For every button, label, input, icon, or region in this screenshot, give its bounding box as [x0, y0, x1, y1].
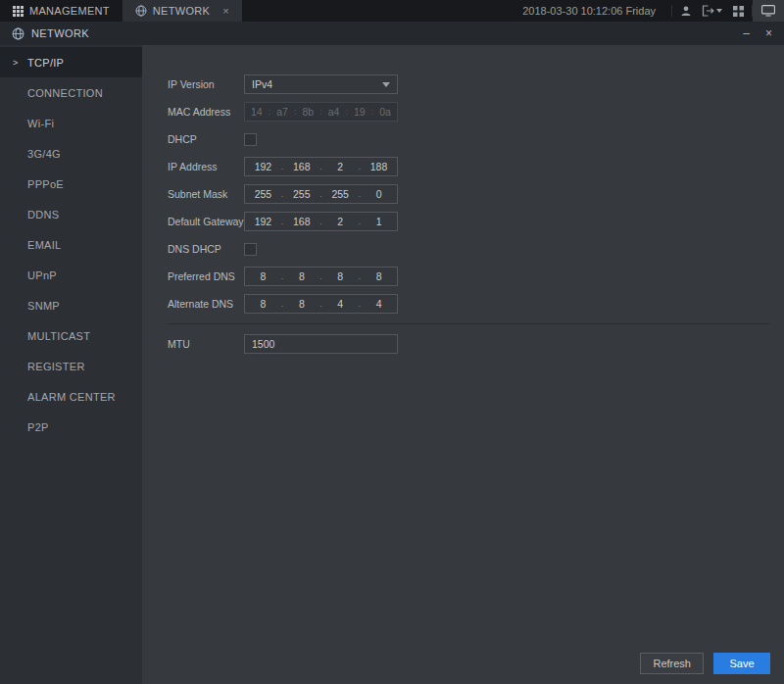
- default-gateway-label: Default Gateway: [168, 216, 244, 227]
- ip-segment[interactable]: 255: [283, 188, 319, 200]
- sidebar-item-3g4g[interactable]: 3G/4G: [0, 138, 142, 169]
- ip-segment[interactable]: 2: [322, 216, 359, 227]
- form-row-ip-version: IP Version IPv4: [168, 74, 770, 94]
- ip-version-value: IPv4: [252, 78, 272, 90]
- sidebar-item-label: 3G/4G: [27, 148, 61, 160]
- ip-segment[interactable]: 192: [245, 161, 281, 172]
- ip-address-input[interactable]: 192 . 168 . 2 . 188: [244, 157, 398, 176]
- sidebar-item-label: P2P: [27, 421, 49, 433]
- sidebar-item-label: UPnP: [27, 269, 57, 281]
- mac-segment: 14: [245, 106, 269, 118]
- dhcp-checkbox[interactable]: [244, 133, 257, 146]
- sidebar-item-label: REGISTER: [27, 361, 85, 372]
- window-body: > TCP/IP CONNECTION Wi-Fi 3G/4G PPPoE DD…: [0, 45, 784, 684]
- subnet-mask-input[interactable]: 255 . 255 . 255 . 0: [244, 184, 398, 204]
- sidebar: > TCP/IP CONNECTION Wi-Fi 3G/4G PPPoE DD…: [0, 45, 142, 684]
- ip-version-label: IP Version: [168, 78, 244, 90]
- logout-icon[interactable]: [699, 0, 725, 22]
- tab-management[interactable]: MANAGEMENT: [0, 0, 122, 22]
- sidebar-item-label: Wi-Fi: [27, 118, 54, 129]
- ip-segment[interactable]: 1: [361, 216, 397, 227]
- form-row-mac-address: MAC Address 14 : a7 : 8b : a4 : 19 : 0a: [168, 102, 770, 122]
- page-title: NETWORK: [31, 27, 89, 39]
- sidebar-item-upnp[interactable]: UPnP: [0, 260, 142, 290]
- globe-icon: [12, 27, 24, 40]
- mtu-label: MTU: [168, 338, 244, 350]
- window-controls: – ×: [743, 27, 772, 39]
- form-row-mtu: MTU: [168, 334, 770, 354]
- sidebar-item-wifi[interactable]: Wi-Fi: [0, 108, 142, 138]
- sidebar-item-label: DDNS: [27, 209, 59, 220]
- chevron-down-icon: [716, 9, 722, 13]
- form-row-alternate-dns: Alternate DNS 8 . 8 . 4 . 4: [168, 294, 770, 314]
- chevron-down-icon: [382, 82, 390, 87]
- footer-buttons: Refresh Save: [640, 653, 770, 674]
- sidebar-item-snmp[interactable]: SNMP: [0, 290, 142, 320]
- sidebar-item-p2p[interactable]: P2P: [0, 412, 142, 442]
- sidebar-item-alarm-center[interactable]: ALARM CENTER: [0, 381, 142, 412]
- alternate-dns-input[interactable]: 8 . 8 . 4 . 4: [244, 294, 398, 314]
- sidebar-item-label: SNMP: [27, 300, 60, 312]
- refresh-button[interactable]: Refresh: [640, 653, 704, 674]
- tab-close-icon[interactable]: ×: [222, 6, 228, 17]
- sidebar-item-connection[interactable]: CONNECTION: [0, 77, 142, 108]
- mac-address-label: MAC Address: [168, 106, 244, 118]
- ip-segment[interactable]: 168: [283, 216, 319, 227]
- dhcp-label: DHCP: [168, 133, 244, 145]
- sidebar-item-multicast[interactable]: MULTICAST: [0, 320, 142, 351]
- preferred-dns-input[interactable]: 8 . 8 . 8 . 8: [244, 267, 398, 286]
- ip-segment[interactable]: 255: [322, 188, 359, 200]
- datetime: 2018-03-30 10:12:06 Friday: [522, 5, 656, 17]
- sidebar-item-tcpip[interactable]: > TCP/IP: [0, 47, 142, 77]
- form-row-preferred-dns: Preferred DNS 8 . 8 . 8 . 8: [168, 267, 770, 286]
- ip-segment[interactable]: 4: [322, 298, 359, 310]
- sidebar-item-label: ALARM CENTER: [27, 391, 116, 403]
- mac-address-input: 14 : a7 : 8b : a4 : 19 : 0a: [244, 102, 398, 122]
- mac-segment: a4: [322, 106, 346, 118]
- mac-segment: a7: [270, 106, 294, 118]
- ip-segment[interactable]: 8: [322, 270, 359, 282]
- dns-dhcp-checkbox[interactable]: [244, 243, 257, 256]
- preferred-dns-label: Preferred DNS: [168, 270, 244, 282]
- ip-version-select[interactable]: IPv4: [244, 74, 398, 94]
- ip-segment[interactable]: 188: [361, 161, 397, 172]
- tcpip-settings-panel: IP Version IPv4 MAC Address 14 : a7 : 8b…: [142, 45, 784, 684]
- active-arrow-icon: >: [13, 58, 19, 68]
- user-icon[interactable]: [672, 0, 699, 22]
- mac-segment: 19: [348, 106, 371, 118]
- ip-segment[interactable]: 4: [361, 298, 397, 310]
- apps-icon[interactable]: [725, 0, 752, 22]
- form-row-dhcp: DHCP: [168, 129, 770, 149]
- ip-address-label: IP Address: [168, 161, 244, 172]
- ip-segment[interactable]: 2: [322, 161, 359, 172]
- minimize-icon[interactable]: –: [743, 27, 750, 39]
- sidebar-item-ddns[interactable]: DDNS: [0, 199, 142, 229]
- ip-segment[interactable]: 192: [245, 216, 281, 227]
- ip-segment[interactable]: 168: [283, 161, 319, 172]
- save-button[interactable]: Save: [713, 653, 770, 674]
- ip-segment[interactable]: 8: [283, 270, 319, 282]
- sidebar-item-label: EMAIL: [27, 239, 62, 251]
- form-row-subnet-mask: Subnet Mask 255 . 255 . 255 . 0: [168, 184, 770, 204]
- ip-segment[interactable]: 8: [361, 270, 397, 282]
- default-gateway-input[interactable]: 192 . 168 . 2 . 1: [244, 212, 398, 231]
- mac-segment: 0a: [373, 106, 397, 118]
- ip-segment[interactable]: 8: [245, 298, 281, 310]
- ip-segment[interactable]: 255: [245, 188, 281, 200]
- subnet-mask-label: Subnet Mask: [168, 188, 244, 200]
- mtu-input[interactable]: [244, 334, 398, 354]
- sidebar-item-label: PPPoE: [27, 178, 64, 190]
- sidebar-item-email[interactable]: EMAIL: [0, 229, 142, 260]
- ip-segment[interactable]: 8: [283, 298, 319, 310]
- ip-segment[interactable]: 8: [245, 270, 281, 282]
- sidebar-item-register[interactable]: REGISTER: [0, 351, 142, 381]
- dns-dhcp-label: DNS DHCP: [168, 243, 244, 255]
- display-icon[interactable]: [753, 0, 784, 22]
- ip-segment[interactable]: 0: [361, 188, 397, 200]
- tab-network[interactable]: NETWORK ×: [122, 0, 242, 22]
- sidebar-item-label: MULTICAST: [27, 330, 90, 342]
- close-icon[interactable]: ×: [765, 27, 772, 39]
- window-header: NETWORK – ×: [0, 22, 784, 45]
- sidebar-item-pppoe[interactable]: PPPoE: [0, 169, 142, 199]
- section-divider: [168, 323, 770, 324]
